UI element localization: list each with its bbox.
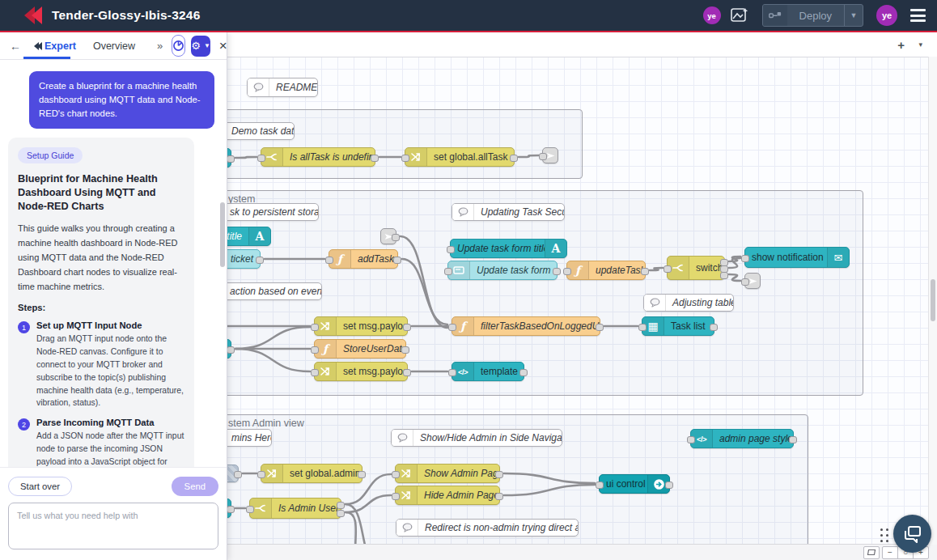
node-form-title[interactable]: m titleA [227,227,271,246]
comment-task-persistent-storage-label: sk to persistent storage [227,204,318,220]
more-tabs-icon[interactable]: » [157,40,163,52]
comment-redirect-non-admin[interactable]: Redirect is non-admin trying direct acce… [396,519,579,537]
node-is-alltask-undefined[interactable]: Is allTask is undefined [261,147,375,167]
node-link-mid[interactable] [380,228,396,244]
group-demo-task-data[interactable] [227,109,583,179]
setup-guide-badge: Setup Guide [18,147,83,163]
node-hide-admin-page[interactable]: Hide Admin Page [395,486,500,505]
node-task-list[interactable]: ▦Task list [642,316,714,336]
text-icon: A [545,240,566,257]
node-show-admin-page-out-port [495,471,503,478]
node-filtertask-label: filterTaskBasedOnLoggedUser [474,317,600,335]
comment-icon [392,430,413,446]
scrollbar-thumb[interactable] [931,279,935,321]
node-update-task-form[interactable]: Update task form [447,261,558,280]
flow-list-menu-icon[interactable]: ▾ [918,40,922,49]
node-hidden-inject[interactable] [227,465,239,482]
node-hidden-inject-out-port [234,471,242,478]
node-storeuserdata-out-port [401,346,409,354]
tab-expert[interactable]: Expert [34,40,76,52]
comment-admins-here[interactable]: mins Here [227,429,272,447]
comment-action-based-on-event[interactable]: action based on event [227,282,322,300]
node-link-out-2-in-port [741,278,749,286]
close-panel-icon[interactable]: × [219,39,227,53]
chevron-down-icon: ▼ [204,42,210,49]
tab-overview[interactable]: Overview [93,40,135,52]
comment-icon [396,520,418,536]
guide-card: Setup Guide Blueprint for Machine Health… [8,138,194,468]
node-task-list-label: Task list [664,317,714,335]
chat-bubble-button[interactable] [893,515,931,553]
comment-admins-here-label: mins Here [227,430,271,446]
comment-task-persistent-storage[interactable]: sk to persistent storage [227,203,319,221]
node-show-notification[interactable]: show notification✉ [744,247,850,268]
canvas-vertical-scrollbar[interactable] [928,57,937,545]
comment-show-hide-admin-label: Show/Hide Admin in Side Navigation [413,430,562,446]
node-hide-admin-page-in-port [392,493,400,500]
flow-canvas[interactable]: ystemstem Admin viewREADMEDemo task data… [227,57,929,545]
node-storeuserdata[interactable]: ƒStoreUserData [314,339,406,358]
comment-icon [644,295,666,311]
top-bar: Tender-Glossy-Ibis-3246 ye Dep [0,0,937,32]
comment-demo-task-data[interactable]: Demo task data [227,122,295,140]
node-set-msg-payload-1-label: set msg.payload [337,317,407,335]
node-form-title-label: m title [227,227,248,245]
comment-adjusting-table[interactable]: Adjusting table [643,294,734,312]
node-switch-in-port [664,265,672,273]
node-set-msg-payload-1[interactable]: set msg.payload [314,316,408,336]
node-set-global-admins[interactable]: set global.admins [261,464,363,483]
node-filtertask[interactable]: ƒfilterTaskBasedOnLoggedUser [452,316,600,336]
panel-scrollbar[interactable] [220,65,225,461]
back-arrow-icon[interactable]: ← [10,40,21,53]
node-switch-out-port [720,272,728,279]
comment-updating-task-securely[interactable]: Updating Task Securely [452,203,565,221]
node-is-admin-user[interactable]: Is Admin User? [249,498,341,519]
node-update-task-form-title[interactable]: Update task form titleA [450,239,567,258]
node-hide-admin-page-label: Hide Admin Page [418,486,499,504]
node-storeuserdata-in-port [311,346,319,354]
node-show-admin-page-in-port [392,471,400,478]
node-link-out-2[interactable] [744,273,761,289]
comment-readme[interactable]: README [247,78,318,97]
zoom-out-button[interactable]: − [882,546,898,559]
node-ticket-label: ticket [227,250,260,268]
step-number-badge: 2 [18,418,30,431]
deploy-button[interactable]: Deploy ▼ [762,4,863,27]
node-switch[interactable]: switch [667,256,725,280]
node-ui-control[interactable]: ui control [599,474,670,494]
ai-assistant-icon[interactable] [730,6,749,24]
start-over-button[interactable]: Start over [8,477,72,496]
user-avatar[interactable]: ye [876,5,897,26]
node-set-msg-payload-2-out-port [403,369,411,376]
deploy-caret-icon[interactable]: ▼ [844,5,863,26]
guide-step-1: 1 Set up MQTT Input Node Drag an MQTT in… [18,320,184,409]
comment-icon [248,78,269,96]
node-set-msg-payload-2[interactable]: set msg.payload [314,362,408,381]
node-template[interactable]: </>template [452,362,524,381]
step-body: Drag an MQTT input node onto the Node-RE… [36,333,184,409]
group-system-admin-view-label: stem Admin view [228,418,304,429]
mini-avatar[interactable]: ye [703,6,721,24]
pie-chart-button[interactable] [172,35,185,57]
node-show-admin-page[interactable]: Show Admin Page [395,464,500,483]
step-title: Parse Incoming MQTT Data [36,418,184,427]
settings-dropdown-button[interactable]: ⚙ ▼ [191,36,210,57]
active-tab-underline [23,57,70,59]
add-flow-button[interactable]: + [897,38,905,52]
instance-title: Tender-Glossy-Ibis-3246 [52,8,201,23]
node-addtask[interactable]: ƒaddTask [329,249,398,269]
node-set-global-alltask[interactable]: set global.allTask [405,147,515,167]
node-admin-page-style[interactable]: </>admin page style [690,429,794,448]
navigator-toggle-button[interactable] [863,546,880,559]
node-switch-label: switch [689,257,724,279]
main-menu-icon[interactable] [910,9,926,22]
flowfuse-logo-icon[interactable] [24,6,39,24]
node-set-global-alltask-label: set global.allTask [427,148,514,166]
node-updatetask[interactable]: ƒupdateTask [566,261,646,280]
node-link-out-1[interactable] [542,147,558,163]
drag-handle-icon[interactable] [880,528,888,542]
comment-show-hide-admin[interactable]: Show/Hide Admin in Side Navigation [391,429,562,447]
send-button[interactable]: Send [172,477,218,496]
node-ticket[interactable]: ticket [227,249,261,269]
help-input[interactable] [8,503,218,549]
